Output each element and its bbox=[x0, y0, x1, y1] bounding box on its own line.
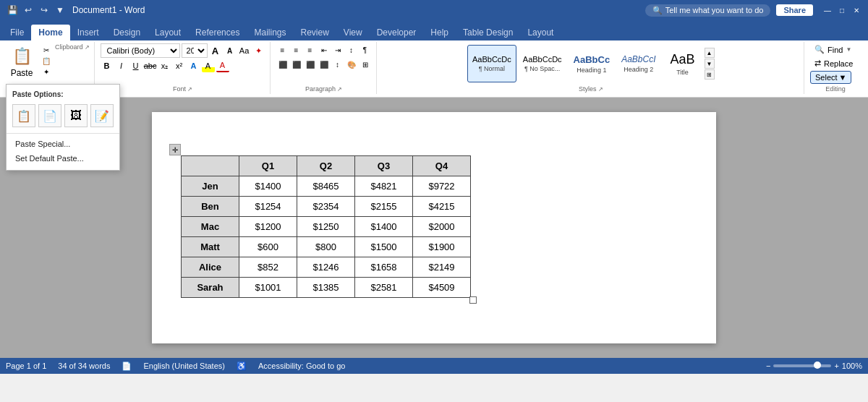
close-button[interactable]: ✕ bbox=[851, 4, 862, 16]
align-right-button[interactable]: ⬛ bbox=[304, 58, 317, 71]
styles-gallery: AaBbCcDc ¶ Normal AaBbCcDc ¶ No Spac... … bbox=[467, 45, 703, 82]
strikethrough-button[interactable]: abc bbox=[144, 59, 157, 72]
style-heading2[interactable]: AaBbCcI Heading 2 bbox=[616, 45, 660, 82]
clipboard-expand[interactable]: ↗ bbox=[85, 44, 90, 51]
line-spacing-button[interactable]: ↕ bbox=[331, 58, 344, 71]
table-cell-q1: $852 bbox=[239, 257, 297, 278]
zoom-controls: − + 100% bbox=[766, 362, 862, 370]
styles-expand[interactable]: ⊞ bbox=[705, 69, 715, 80]
paragraph-expand[interactable]: ↗ bbox=[337, 86, 342, 93]
set-default-paste-item[interactable]: Set Default Paste... bbox=[7, 151, 119, 166]
sort-button[interactable]: ↕ bbox=[345, 43, 358, 56]
tab-developer[interactable]: Developer bbox=[370, 25, 424, 40]
tab-table-design[interactable]: Table Design bbox=[456, 25, 520, 40]
tab-references[interactable]: References bbox=[188, 25, 247, 40]
change-case-button[interactable]: Aa bbox=[238, 44, 251, 57]
replace-button[interactable]: ⇄ Replace bbox=[810, 57, 861, 69]
align-center-button[interactable]: ⬛ bbox=[290, 58, 303, 71]
align-left-button[interactable]: ⬛ bbox=[276, 58, 289, 71]
styles-scroll-up[interactable]: ▲ bbox=[705, 48, 715, 58]
numbering-button[interactable]: ≡ bbox=[290, 43, 303, 56]
style-normal[interactable]: AaBbCcDc ¶ Normal bbox=[467, 45, 516, 82]
paste-button[interactable]: 📋 Paste bbox=[6, 43, 38, 80]
font-name-select[interactable]: Calibri (Body) bbox=[101, 43, 180, 58]
table-move-handle[interactable]: ✛ bbox=[169, 144, 181, 155]
show-marks-button[interactable]: ¶ bbox=[359, 43, 372, 56]
font-row-2: B I U abc x₂ x² A A A bbox=[101, 59, 229, 72]
style-no-spacing[interactable]: AaBbCcDc ¶ No Spac... bbox=[518, 45, 567, 82]
font-color-button[interactable]: A bbox=[216, 59, 229, 72]
redo-button[interactable]: ↪ bbox=[38, 4, 51, 17]
tab-view[interactable]: View bbox=[336, 25, 370, 40]
tab-insert[interactable]: Insert bbox=[70, 25, 106, 40]
paste-special-item[interactable]: Paste Special... bbox=[7, 137, 119, 151]
editing-group: 🔍 Find ▼ ⇄ Replace Select ▼ Editing bbox=[807, 42, 865, 94]
paste-options-popup: Paste Options: 📋 📄 🖼 📝 Paste Special... … bbox=[6, 84, 120, 171]
style-heading1[interactable]: AaBbCc Heading 1 bbox=[569, 45, 616, 82]
tab-mailings[interactable]: Mailings bbox=[247, 25, 293, 40]
decrease-indent-button[interactable]: ⇤ bbox=[318, 43, 331, 56]
qat-dropdown-button[interactable]: ▼ bbox=[54, 4, 67, 17]
format-painter-button[interactable]: ✦ bbox=[39, 67, 54, 77]
table-cell-q4: $2149 bbox=[413, 257, 471, 278]
table-cell-q2: $2354 bbox=[297, 197, 355, 217]
paste-option-keep-source[interactable]: 📋 bbox=[12, 104, 35, 127]
shading-button[interactable]: 🎨 bbox=[345, 58, 358, 71]
font-expand[interactable]: ↗ bbox=[187, 86, 192, 93]
tab-table-layout[interactable]: Layout bbox=[520, 25, 561, 40]
borders-button[interactable]: ⊞ bbox=[359, 58, 372, 71]
select-button[interactable]: Select ▼ bbox=[810, 71, 851, 84]
shrink-font-button[interactable]: A bbox=[224, 44, 237, 57]
subscript-button[interactable]: x₂ bbox=[158, 59, 171, 72]
table-cell-name: Alice bbox=[182, 257, 239, 278]
font-size-select[interactable]: 20 bbox=[182, 43, 208, 58]
highlight-button[interactable]: A bbox=[202, 59, 215, 72]
undo-button[interactable]: ↩ bbox=[22, 4, 35, 17]
tab-review[interactable]: Review bbox=[293, 25, 336, 40]
page-count: Page 1 of 1 bbox=[6, 362, 46, 370]
maximize-button[interactable]: □ bbox=[836, 4, 848, 16]
table-row: Matt$600$800$1500$1900 bbox=[182, 237, 471, 257]
copy-button[interactable]: 📋 bbox=[39, 56, 54, 66]
superscript-button[interactable]: x² bbox=[173, 59, 186, 72]
zoom-slider[interactable] bbox=[773, 364, 831, 367]
save-button[interactable]: 💾 bbox=[6, 4, 19, 17]
table-cell-q2: $8465 bbox=[297, 176, 355, 197]
window-controls: — □ ✕ bbox=[822, 4, 862, 16]
increase-indent-button[interactable]: ⇥ bbox=[331, 43, 344, 56]
table-row: Alice$852$1246$1658$2149 bbox=[182, 257, 471, 278]
zoom-out-button[interactable]: − bbox=[766, 362, 770, 370]
styles-scroll-down[interactable]: ▼ bbox=[705, 59, 715, 69]
tab-design[interactable]: Design bbox=[106, 25, 148, 40]
underline-button[interactable]: U bbox=[129, 59, 142, 72]
document-area: ✛ Q1 Q2 Q3 Q4 Jen$1400$8465$4821$9722Ben… bbox=[0, 98, 868, 358]
bullets-button[interactable]: ≡ bbox=[276, 43, 289, 56]
table-header-q4: Q4 bbox=[413, 156, 471, 176]
paste-option-merge[interactable]: 📄 bbox=[38, 104, 61, 127]
zoom-in-button[interactable]: + bbox=[834, 362, 838, 370]
clear-format-button[interactable]: ✦ bbox=[252, 44, 265, 57]
table-body: Jen$1400$8465$4821$9722Ben$1254$2354$215… bbox=[182, 176, 471, 298]
find-button[interactable]: 🔍 Find ▼ bbox=[810, 43, 861, 56]
multilevel-button[interactable]: ≡ bbox=[304, 43, 317, 56]
minimize-button[interactable]: — bbox=[822, 4, 833, 16]
grow-font-button[interactable]: A bbox=[209, 44, 222, 57]
tab-help[interactable]: Help bbox=[423, 25, 456, 40]
text-effects-button[interactable]: A bbox=[187, 59, 200, 72]
tab-home[interactable]: Home bbox=[31, 25, 69, 40]
tab-layout[interactable]: Layout bbox=[148, 25, 188, 40]
share-button[interactable]: Share bbox=[776, 4, 813, 16]
paste-divider bbox=[7, 133, 119, 134]
cut-button[interactable]: ✂ bbox=[39, 45, 54, 55]
tab-file[interactable]: File bbox=[3, 25, 31, 40]
bold-button[interactable]: B bbox=[101, 59, 114, 72]
table-resize-handle[interactable] bbox=[469, 296, 477, 304]
justify-button[interactable]: ⬛ bbox=[318, 58, 331, 71]
paste-option-picture[interactable]: 🖼 bbox=[64, 104, 88, 127]
paste-option-text-only[interactable]: 📝 bbox=[90, 104, 114, 127]
styles-expand-btn[interactable]: ↗ bbox=[598, 86, 603, 93]
search-icon: 🔍 bbox=[652, 6, 663, 15]
italic-button[interactable]: I bbox=[115, 59, 128, 72]
tell-me-input[interactable]: 🔍 Tell me what you want to do bbox=[645, 4, 771, 17]
style-title[interactable]: AaB Title bbox=[663, 45, 703, 82]
